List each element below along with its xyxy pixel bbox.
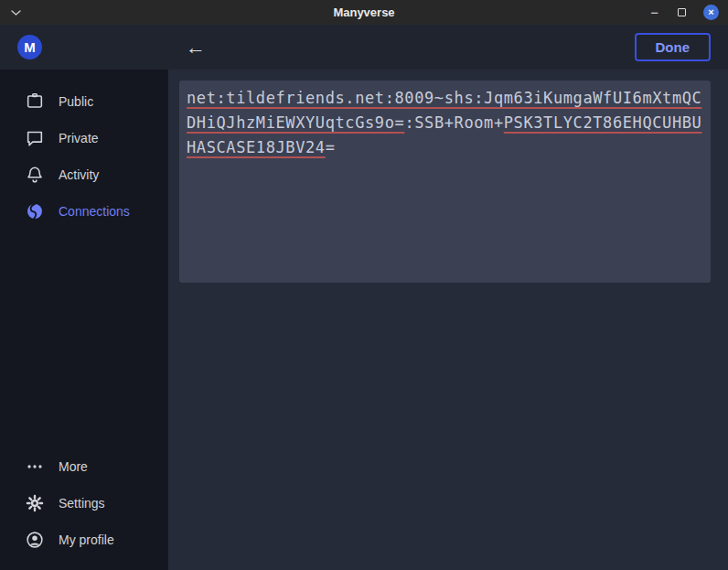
sidebar-item-settings[interactable]: Settings <box>0 485 168 522</box>
manyverse-logo: M <box>17 35 42 59</box>
sidebar-item-label: My profile <box>59 532 114 547</box>
sidebar-item-private[interactable]: Private <box>0 120 168 156</box>
sidebar-item-connections[interactable]: Connections <box>0 193 168 230</box>
minimize-button[interactable]: − <box>648 8 660 17</box>
sidebar-item-label: Connections <box>59 204 130 219</box>
app-header: M ← Done <box>0 25 728 70</box>
message-bubble-icon <box>25 128 45 148</box>
window-titlebar: Manyverse − × <box>0 0 728 25</box>
bulletin-board-icon <box>25 91 45 112</box>
sidebar-item-my-profile[interactable]: My profile <box>0 522 168 558</box>
account-circle-icon <box>25 530 45 550</box>
sidebar-item-more[interactable]: More <box>0 448 168 485</box>
sidebar-item-activity[interactable]: Activity <box>0 156 168 193</box>
sidebar-item-label: Settings <box>59 496 105 511</box>
logo-zone: M <box>0 35 168 59</box>
sidebar: Public Private Activity <box>0 70 168 570</box>
back-button[interactable]: ← <box>186 38 206 58</box>
sidebar-item-label: More <box>59 459 88 474</box>
window-controls: − × <box>648 0 719 25</box>
gear-icon <box>25 493 45 513</box>
window-title: Manyverse <box>0 5 728 19</box>
manyverse-logo-letter: M <box>24 39 36 55</box>
back-arrow-icon: ← <box>186 36 206 59</box>
sidebar-item-label: Activity <box>59 167 99 182</box>
sidebar-item-label: Private <box>59 131 99 145</box>
sidebar-spacer <box>0 230 168 448</box>
server-address-textarea[interactable]: net:tildefriends.net:8009~shs:Jqm63iKumg… <box>179 81 711 283</box>
sidebar-item-label: Public <box>59 94 93 109</box>
more-dots-icon <box>25 457 45 477</box>
done-button[interactable]: Done <box>635 33 712 61</box>
main-content: net:tildefriends.net:8009~shs:Jqm63iKumg… <box>168 70 728 570</box>
window-menu-chevron-icon[interactable] <box>11 9 21 16</box>
sidebar-item-public[interactable]: Public <box>0 83 168 120</box>
bell-icon <box>25 165 45 185</box>
connections-swirl-icon <box>25 201 45 221</box>
close-icon: × <box>708 7 713 17</box>
restore-icon <box>678 8 686 16</box>
restore-button[interactable] <box>676 8 688 16</box>
close-button[interactable]: × <box>703 5 719 20</box>
